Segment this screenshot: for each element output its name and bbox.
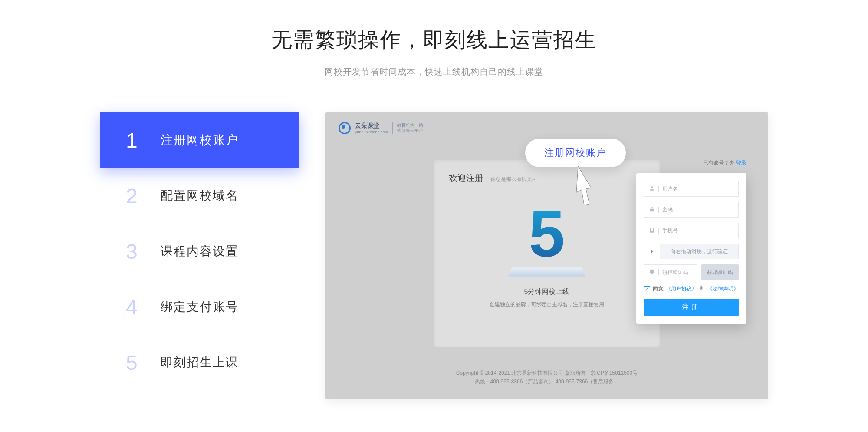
page-subtitle: 网校开发节省时间成本，快速上线机构自己的线上课堂 — [0, 66, 868, 78]
register-button[interactable]: 注册 — [644, 299, 739, 316]
welcome-title: 欢迎注册 — [449, 172, 483, 184]
step-label: 即刻招生上课 — [161, 354, 239, 371]
get-code-button[interactable]: 获取验证码 — [701, 264, 739, 280]
phone-field[interactable]: 手机号 — [644, 223, 739, 238]
welcome-hint: 你总是那么有眼光~ — [490, 176, 535, 183]
login-link[interactable]: 登录 — [736, 160, 746, 166]
step-register[interactable]: 1 注册网校账户 — [100, 112, 299, 168]
preview-panel: 云朵课堂 yunduoketang.com 教育机构一站 式服务云平台 欢迎注册… — [326, 112, 768, 399]
phone-icon — [649, 227, 655, 234]
register-form: 用户名 密码 手机号 向右拖动滑块，进行验证 — [636, 173, 746, 324]
step-number: 3 — [126, 240, 161, 264]
agree-prefix: 同意 — [653, 285, 663, 293]
icp-text: 京ICP备15011500号 — [590, 370, 638, 376]
step-number: 5 — [126, 351, 161, 375]
preview-footer: Copyright © 2014-2021 北京昱新科技有限公司 版权所有 京I… — [326, 369, 768, 386]
step-label: 配置网校域名 — [161, 188, 239, 204]
platform-shape — [508, 267, 586, 277]
brand-tagline-1: 教育机构一站 — [397, 123, 423, 128]
agree-and: 和 — [700, 285, 705, 293]
preview-brand-bar: 云朵课堂 yunduoketang.com 教育机构一站 式服务云平台 — [339, 122, 423, 134]
big-number-5: 5 — [529, 201, 565, 267]
step-course[interactable]: 3 课程内容设置 — [100, 224, 299, 279]
copyright-text: Copyright © 2014-2021 北京昱新科技有限公司 版权所有 — [456, 370, 586, 376]
brand-name: 云朵课堂 — [355, 122, 388, 130]
slider-text: 向右拖动滑块，进行验证 — [660, 248, 738, 255]
agree-checkbox[interactable]: ✓ — [644, 286, 650, 292]
agree-row: ✓ 同意 《用户协议》 和 《法律声明》 — [644, 285, 739, 293]
username-field[interactable]: 用户名 — [644, 181, 739, 197]
step-label: 注册网校账户 — [161, 132, 239, 148]
sms-placeholder: 短信验证码 — [662, 269, 688, 276]
step-launch[interactable]: 5 即刻招生上课 — [100, 335, 299, 390]
slider-handle-icon[interactable] — [644, 244, 660, 259]
tooltip-pill: 注册网校账户 — [525, 139, 626, 167]
step-number: 4 — [126, 295, 161, 319]
steps-list: 1 注册网校账户 2 配置网校域名 3 课程内容设置 4 绑定支付账号 5 即刻… — [100, 112, 299, 399]
step-number: 1 — [126, 129, 161, 152]
step-payment[interactable]: 4 绑定支付账号 — [100, 279, 299, 335]
hotline-text: 热线：400-965-8366（产品咨询） 400-965-7366（售后服务） — [326, 377, 768, 386]
cursor-arrow-icon — [574, 166, 595, 205]
already-have-account: 已有账号？去登录 — [703, 159, 746, 167]
welcome-panel: 欢迎注册 你总是那么有眼光~ 5 5分钟网校上线 创建独立的品牌，可绑定自主域名… — [434, 160, 660, 347]
page-title: 无需繁琐操作，即刻线上运营招生 — [0, 26, 868, 54]
username-placeholder: 用户名 — [662, 185, 678, 193]
sms-code-field[interactable]: 短信验证码 — [644, 264, 697, 280]
divider — [392, 122, 393, 134]
legal-link[interactable]: 《法律声明》 — [707, 285, 739, 293]
password-placeholder: 密码 — [662, 206, 673, 214]
password-field[interactable]: 密码 — [644, 202, 739, 218]
user-icon — [649, 185, 655, 193]
step-number: 2 — [126, 184, 161, 208]
phone-placeholder: 手机号 — [662, 227, 678, 234]
tos-link[interactable]: 《用户协议》 — [666, 285, 697, 293]
step-label: 课程内容设置 — [161, 243, 239, 260]
brand-tagline-2: 式服务云平台 — [397, 128, 423, 133]
step-label: 绑定支付账号 — [161, 299, 239, 315]
shield-icon — [649, 269, 655, 276]
welcome-caption: 5分钟网校上线 — [449, 287, 645, 297]
welcome-subcaption: 创建独立的品牌，可绑定自主域名，注册直接使用 — [449, 301, 645, 308]
carousel-dots[interactable]: — — — — [449, 317, 645, 323]
cloud-logo-icon — [339, 122, 351, 134]
brand-domain: yunduoketang.com — [355, 130, 388, 134]
lock-icon — [649, 206, 655, 214]
captcha-slider[interactable]: 向右拖动滑块，进行验证 — [644, 244, 739, 259]
step-domain[interactable]: 2 配置网校域名 — [100, 168, 299, 224]
